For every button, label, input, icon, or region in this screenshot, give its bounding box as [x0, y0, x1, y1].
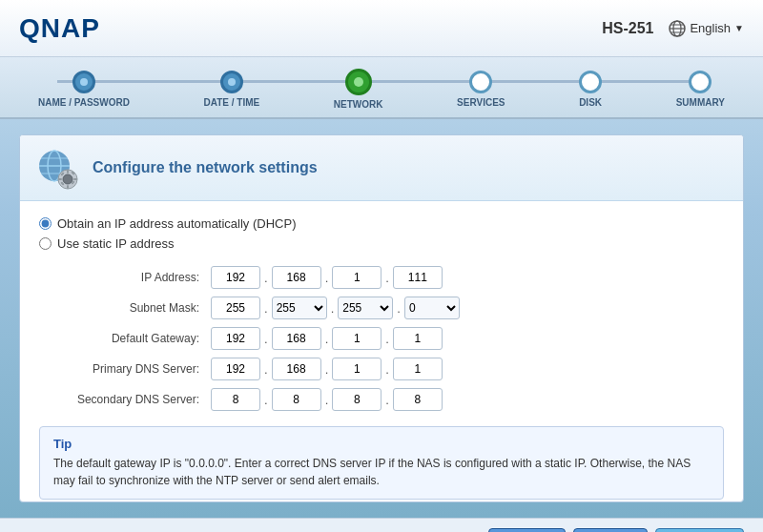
secondary-dns-label: Secondary DNS Server:: [39, 393, 211, 406]
secondary-dns-octet2[interactable]: [272, 388, 321, 411]
step-circle-date-time: [220, 71, 243, 93]
step-circle-services: [469, 71, 492, 93]
header-right: HS-251 English ▼: [602, 20, 744, 37]
step-label-network: NETWORK: [334, 99, 383, 110]
network-settings-icon: [35, 145, 81, 191]
gw-sep1: .: [264, 332, 268, 346]
step-disk: DISK: [579, 71, 602, 108]
subnet-octet2-select[interactable]: 2552542522482402241921280: [272, 297, 327, 319]
ip-sep1: .: [264, 271, 268, 285]
subnet-mask-label: Subnet Mask:: [39, 301, 211, 315]
svg-point-11: [63, 174, 72, 184]
step-label-services: SERVICES: [457, 97, 505, 108]
dhcp-radio[interactable]: [39, 217, 52, 230]
device-name: HS-251: [602, 20, 653, 37]
panel-header: Configure the network settings: [20, 135, 743, 201]
ip-mode-radio-group: Obtain an IP address automatically (DHCP…: [39, 216, 724, 251]
gateway-label: Default Gateway:: [39, 332, 211, 345]
primary-dns-inputs: . . .: [211, 358, 724, 380]
step-label-summary: SUMMARY: [676, 97, 725, 108]
panel-body: Obtain an IP address automatically (DHCP…: [20, 201, 743, 501]
dns2-sep3: .: [385, 393, 389, 407]
primary-dns-label: Primary DNS Server:: [39, 362, 211, 376]
language-chevron-icon: ▼: [734, 23, 744, 33]
subnet-sep3: .: [397, 301, 401, 316]
secondary-dns-octet3[interactable]: [332, 388, 382, 411]
subnet-octet4-select[interactable]: 0255254252248240224192128: [404, 297, 460, 319]
language-selector[interactable]: English ▼: [669, 20, 744, 37]
gateway-octet3[interactable]: [332, 327, 382, 350]
tip-title: Tip: [53, 437, 710, 451]
subnet-mask-inputs: . 2552542522482402241921280 . 2552542522…: [211, 297, 724, 319]
gw-sep2: .: [325, 332, 329, 346]
static-radio[interactable]: [39, 237, 52, 250]
secondary-dns-octet1[interactable]: [211, 388, 260, 411]
primary-dns-octet4[interactable]: [393, 358, 443, 380]
gw-sep3: .: [385, 332, 389, 346]
subnet-sep2: .: [331, 301, 335, 316]
tip-box: Tip The default gateway IP is "0.0.0.0".…: [39, 426, 724, 500]
steps-track: NAME / PASSWORD DATE / TIME NETWORK SERV…: [38, 69, 725, 110]
subnet-octet3-select[interactable]: 2552542522482402241921280: [338, 297, 393, 319]
footer: Back Next Cancel: [0, 518, 763, 532]
static-radio-label[interactable]: Use static IP address: [39, 236, 724, 251]
network-form: IP Address: . . . Subnet Mask: . 2552: [39, 266, 724, 411]
ip-sep2: .: [325, 271, 329, 285]
step-services: SERVICES: [457, 71, 505, 108]
step-name-password: NAME / PASSWORD: [38, 71, 130, 108]
ip-address-label: IP Address:: [39, 271, 211, 284]
primary-dns-octet2[interactable]: [272, 358, 321, 380]
ip-sep3: .: [385, 271, 389, 285]
step-circle-name-password: [72, 71, 95, 93]
gateway-octet1[interactable]: [211, 327, 260, 350]
ip-address-octet4[interactable]: [393, 266, 443, 289]
main-area: Configure the network settings Obtain an…: [0, 119, 763, 518]
next-button[interactable]: Next: [573, 528, 648, 533]
ip-address-octet2[interactable]: [272, 266, 321, 289]
cancel-button[interactable]: Cancel: [655, 528, 744, 533]
content-panel: Configure the network settings Obtain an…: [19, 134, 744, 502]
subnet-sep1: .: [264, 301, 268, 316]
subnet-octet1[interactable]: [211, 297, 260, 319]
svg-rect-15: [73, 178, 77, 180]
gateway-octet2[interactable]: [272, 327, 321, 350]
dns1-sep3: .: [385, 362, 389, 377]
panel-title: Configure the network settings: [93, 159, 318, 176]
steps-bar: NAME / PASSWORD DATE / TIME NETWORK SERV…: [0, 57, 763, 119]
svg-rect-14: [58, 178, 62, 180]
qnap-logo: QNAP: [19, 13, 100, 44]
step-date-time: DATE / TIME: [204, 71, 260, 108]
step-circle-summary: [689, 71, 711, 93]
step-circle-network: [345, 69, 372, 95]
language-label: English: [690, 21, 731, 35]
step-circle-disk: [579, 71, 602, 93]
tip-text: The default gateway IP is "0.0.0.0". Ent…: [53, 455, 710, 489]
ip-address-octet1[interactable]: [211, 266, 260, 289]
dns2-sep1: .: [264, 393, 268, 407]
primary-dns-octet3[interactable]: [332, 358, 382, 380]
svg-rect-12: [67, 170, 69, 174]
ip-address-inputs: . . .: [211, 266, 724, 289]
header: QNAP HS-251 English ▼: [0, 0, 763, 57]
static-radio-text: Use static IP address: [57, 236, 175, 251]
svg-rect-13: [67, 185, 69, 189]
gateway-octet4[interactable]: [393, 327, 443, 350]
step-label-disk: DISK: [579, 97, 602, 108]
back-button[interactable]: Back: [488, 528, 566, 533]
primary-dns-octet1[interactable]: [211, 358, 260, 380]
step-label-name-password: NAME / PASSWORD: [38, 97, 130, 108]
ip-address-octet3[interactable]: [332, 266, 382, 289]
secondary-dns-inputs: . . .: [211, 388, 724, 411]
dhcp-radio-text: Obtain an IP address automatically (DHCP…: [57, 216, 296, 231]
step-network: NETWORK: [334, 69, 383, 110]
dns1-sep1: .: [264, 362, 268, 377]
dhcp-radio-label[interactable]: Obtain an IP address automatically (DHCP…: [39, 216, 724, 231]
dns1-sep2: .: [325, 362, 329, 377]
secondary-dns-octet4[interactable]: [393, 388, 443, 411]
globe-icon: [669, 20, 686, 37]
dns2-sep2: .: [325, 393, 329, 407]
step-summary: SUMMARY: [676, 71, 725, 108]
gateway-inputs: . . .: [211, 327, 724, 350]
step-label-date-time: DATE / TIME: [204, 97, 260, 108]
